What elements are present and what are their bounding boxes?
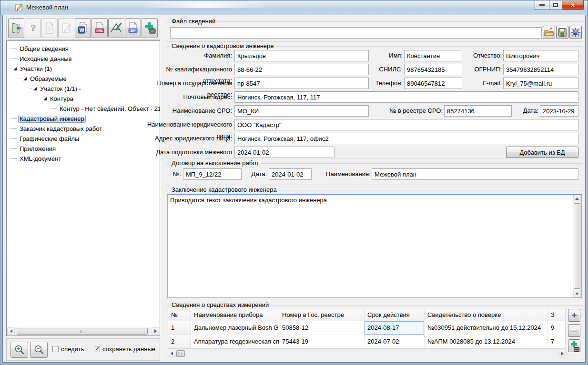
tree-item-label: Контур - Нет сведений, Объект - 21 [58,105,160,113]
column-header-validity[interactable]: Срок действия [365,309,425,321]
arrow-left-icon [171,352,173,355]
state-registry-number-field[interactable] [234,78,369,89]
tree-item-cadastral-engineer[interactable]: Кадастровый инженер [7,114,160,124]
device-name-cell[interactable]: Дальномер лазерный Bosh GLM [191,321,279,335]
expanded-triangle-icon[interactable] [43,97,47,100]
row-header-cell[interactable]: 2 [168,335,191,349]
registry-number-cell[interactable]: 75443-19 [279,335,365,349]
table-row[interactable]: 1 Дальномер лазерный Bosh GLM 50858-12 2… [168,321,566,335]
contract-date-field[interactable] [269,168,312,180]
scroll-left-arrow[interactable] [168,350,175,357]
row-header-cell[interactable]: 1 [168,321,191,335]
column-header-number[interactable]: № [168,309,191,321]
add-row-button[interactable]: ✛ [568,309,580,322]
tree-item-source-data[interactable]: Исходные данные [7,54,160,64]
info-file-input[interactable] [170,27,542,39]
save-file-button[interactable] [556,26,568,39]
export-xml-button[interactable]: XML [91,18,108,38]
tree-item-parcels[interactable]: Участки (1) [7,64,160,74]
new-document-button[interactable] [41,18,58,38]
clipped-cell[interactable]: 7 [548,335,566,349]
save-data-checkbox[interactable]: ✓ сохранять данные [94,345,155,353]
zoom-out-button[interactable] [30,342,48,358]
registry-number-cell[interactable]: 50858-12 [279,321,365,335]
sro-registry-number-field[interactable] [444,105,512,117]
table-row[interactable]: 2 Аппаратура геодезическая спу 75443-19 … [168,335,566,349]
scroll-thumb[interactable] [17,328,148,335]
help-button[interactable]: ? [25,18,41,38]
ogrnip-field[interactable] [503,64,578,75]
scroll-up-arrow[interactable] [573,195,581,202]
tree-item-attachments[interactable]: Приложения [7,144,160,154]
tree-horizontal-scrollbar[interactable] [7,327,159,335]
minimize-button[interactable] [535,0,549,10]
column-header-state-registry[interactable]: Номер в Гос. реестре [279,309,365,321]
edit-document-button[interactable] [58,18,74,38]
tree-item-general-info[interactable]: Общие сведения [7,44,160,54]
scroll-right-arrow[interactable] [558,350,566,357]
export-word-button[interactable]: W [75,18,91,38]
zip-export-icon: ZIP [126,21,140,35]
delete-row-button[interactable]: — [568,324,580,337]
zoom-in-button[interactable] [10,342,28,358]
device-name-cell[interactable]: Аппаратура геодезическая спу [191,335,279,349]
tree-item-contour[interactable]: Контур - Нет сведений, Объект - 21 [7,104,160,114]
expanded-triangle-icon[interactable] [23,77,27,80]
plan-date-field[interactable] [234,147,335,158]
contract-name-field[interactable] [372,168,578,180]
add-engineer-from-db-button[interactable]: Добавить из БД [506,147,578,158]
tree-item-formed[interactable]: Образуемые [7,74,160,84]
tree-item-graphic-files[interactable]: Графические файлы [7,134,160,144]
tree-item-contours[interactable]: Контура [7,94,160,104]
attestate-number-field[interactable] [234,64,369,75]
save-as-button[interactable] [569,26,582,39]
navigation-tree: Общие сведения Исходные данные Участки (… [6,40,160,336]
add-row-from-db-button[interactable] [568,339,580,352]
maximize-button[interactable] [549,0,562,10]
scroll-down-arrow[interactable] [573,290,581,297]
scroll-left-arrow[interactable] [7,327,15,335]
snils-field[interactable] [404,64,462,75]
scroll-thumb[interactable] [574,203,580,289]
export-zip-button[interactable]: ZIP [125,18,141,38]
given-name-field[interactable] [404,50,462,61]
scroll-thumb[interactable] [176,350,185,357]
contract-number-field[interactable] [183,168,242,180]
certificate-cell[interactable]: №АПМ 0028085 до 13.12.2024 [425,335,548,349]
phone-field[interactable] [404,78,462,89]
patronymic-field[interactable] [503,50,578,61]
certificate-cell[interactable]: №030951 действительно до 15.12.2024 [425,321,548,335]
legal-entity-name-field[interactable] [234,119,578,130]
drafting-tool-button[interactable] [108,18,124,38]
conclusion-textarea[interactable]: Приводится текст заключения кадастрового… [167,194,582,298]
email-field[interactable] [503,78,578,89]
tree-item-parcel-1-1[interactable]: Участок (1/1) - [7,84,160,94]
clipped-cell[interactable]: 9 [548,321,566,335]
postal-address-field[interactable] [234,91,578,103]
validity-date-cell[interactable]: 2024-07-02 [365,335,425,349]
expanded-triangle-icon[interactable] [33,87,37,90]
column-header-clipped[interactable]: З [548,309,566,321]
sro-date-field[interactable] [540,105,578,117]
expanded-triangle-icon[interactable] [13,67,17,70]
conclusion-vertical-scrollbar[interactable] [573,195,581,297]
add-from-db-button[interactable] [142,18,158,38]
titlebar[interactable]: Межевой план × [0,0,588,15]
legal-entity-address-field[interactable] [234,133,578,144]
tree-connector [10,59,17,59]
scroll-right-arrow[interactable] [152,327,159,335]
tree-item-customer[interactable]: Заказчик кадастровых работ [7,124,160,134]
column-header-device-name[interactable]: Наименование прибора [191,309,279,321]
surname-field[interactable] [234,50,369,61]
sro-name-field[interactable] [234,105,369,117]
follow-checkbox[interactable]: ✓ следить [52,345,84,353]
tree-item-xml-document[interactable]: XML-документ [7,154,160,164]
close-button[interactable]: × [562,0,584,10]
table-horizontal-scrollbar[interactable] [168,350,566,357]
validity-date-cell-selected[interactable]: 2024-08-17 [365,321,425,335]
open-file-button[interactable] [543,26,555,39]
exit-button[interactable] [8,18,24,38]
column-header-certificate[interactable]: Свидетельство о поверке [425,309,548,321]
arrow-down-icon [575,293,579,295]
zoom-in-icon [14,344,25,355]
